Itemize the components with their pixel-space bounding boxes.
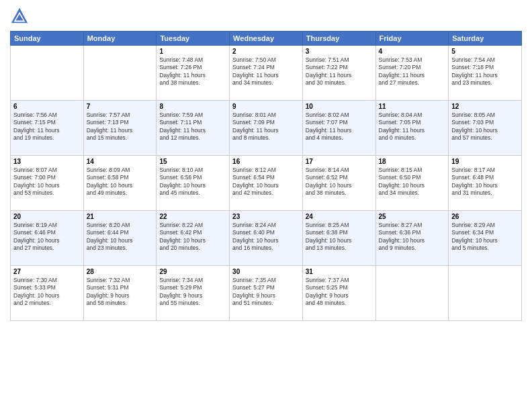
calendar-cell: 7Sunrise: 7:57 AM Sunset: 7:13 PM Daylig… <box>83 101 157 156</box>
calendar-cell: 5Sunrise: 7:54 AM Sunset: 7:18 PM Daylig… <box>449 46 522 101</box>
day-info: Sunrise: 8:14 AM Sunset: 6:52 PM Dayligh… <box>306 167 373 197</box>
day-number: 6 <box>13 103 81 110</box>
calendar-cell <box>375 266 449 321</box>
day-number: 26 <box>451 213 519 220</box>
day-number: 17 <box>306 158 373 165</box>
calendar-cell: 20Sunrise: 8:19 AM Sunset: 6:46 PM Dayli… <box>11 211 84 266</box>
day-info: Sunrise: 7:35 AM Sunset: 5:27 PM Dayligh… <box>232 277 300 308</box>
calendar-cell: 17Sunrise: 8:14 AM Sunset: 6:52 PM Dayli… <box>302 156 375 211</box>
calendar-cell: 22Sunrise: 8:22 AM Sunset: 6:42 PM Dayli… <box>157 211 230 266</box>
calendar-week-row: 20Sunrise: 8:19 AM Sunset: 6:46 PM Dayli… <box>11 211 522 266</box>
day-number: 12 <box>451 103 519 110</box>
day-info: Sunrise: 7:50 AM Sunset: 7:24 PM Dayligh… <box>232 56 300 87</box>
day-info: Sunrise: 8:09 AM Sunset: 6:58 PM Dayligh… <box>87 167 154 197</box>
day-info: Sunrise: 7:56 AM Sunset: 7:15 PM Dayligh… <box>13 111 81 142</box>
day-number: 25 <box>379 213 446 220</box>
day-info: Sunrise: 7:54 AM Sunset: 7:18 PM Dayligh… <box>451 56 519 87</box>
calendar-header-wednesday: Wednesday <box>230 32 303 46</box>
logo <box>10 7 32 26</box>
day-number: 8 <box>159 103 226 110</box>
day-info: Sunrise: 7:37 AM Sunset: 5:25 PM Dayligh… <box>306 277 373 308</box>
calendar-cell: 12Sunrise: 8:05 AM Sunset: 7:03 PM Dayli… <box>449 101 522 156</box>
calendar-header-row: SundayMondayTuesdayWednesdayThursdayFrid… <box>11 32 522 46</box>
day-number: 15 <box>159 158 226 165</box>
calendar-cell: 19Sunrise: 8:17 AM Sunset: 6:48 PM Dayli… <box>449 156 522 211</box>
day-number: 22 <box>159 213 226 220</box>
calendar-cell: 4Sunrise: 7:53 AM Sunset: 7:20 PM Daylig… <box>375 46 449 101</box>
calendar-cell: 10Sunrise: 8:02 AM Sunset: 7:07 PM Dayli… <box>302 101 375 156</box>
calendar-cell: 3Sunrise: 7:51 AM Sunset: 7:22 PM Daylig… <box>302 46 375 101</box>
calendar-cell: 1Sunrise: 7:48 AM Sunset: 7:26 PM Daylig… <box>157 46 230 101</box>
calendar-cell: 30Sunrise: 7:35 AM Sunset: 5:27 PM Dayli… <box>230 266 303 321</box>
day-number: 9 <box>232 103 300 110</box>
day-info: Sunrise: 8:25 AM Sunset: 6:38 PM Dayligh… <box>306 222 373 253</box>
calendar-cell: 21Sunrise: 8:20 AM Sunset: 6:44 PM Dayli… <box>83 211 157 266</box>
calendar-cell: 23Sunrise: 8:24 AM Sunset: 6:40 PM Dayli… <box>230 211 303 266</box>
day-info: Sunrise: 7:34 AM Sunset: 5:29 PM Dayligh… <box>159 277 226 308</box>
day-number: 7 <box>87 103 154 110</box>
day-number: 19 <box>451 158 519 165</box>
day-info: Sunrise: 8:12 AM Sunset: 6:54 PM Dayligh… <box>232 167 300 197</box>
calendar-cell: 25Sunrise: 8:27 AM Sunset: 6:36 PM Dayli… <box>375 211 449 266</box>
day-info: Sunrise: 8:10 AM Sunset: 6:56 PM Dayligh… <box>159 167 226 197</box>
calendar-week-row: 6Sunrise: 7:56 AM Sunset: 7:15 PM Daylig… <box>11 101 522 156</box>
logo-icon <box>10 7 29 26</box>
day-number: 24 <box>306 213 373 220</box>
calendar-cell <box>83 46 157 101</box>
day-info: Sunrise: 8:27 AM Sunset: 6:36 PM Dayligh… <box>379 222 446 253</box>
calendar-cell: 6Sunrise: 7:56 AM Sunset: 7:15 PM Daylig… <box>11 101 84 156</box>
calendar-cell: 11Sunrise: 8:04 AM Sunset: 7:05 PM Dayli… <box>375 101 449 156</box>
day-info: Sunrise: 8:05 AM Sunset: 7:03 PM Dayligh… <box>451 111 519 142</box>
calendar-cell: 9Sunrise: 8:01 AM Sunset: 7:09 PM Daylig… <box>230 101 303 156</box>
day-number: 29 <box>159 268 226 275</box>
day-number: 11 <box>379 103 446 110</box>
calendar-header-saturday: Saturday <box>449 32 522 46</box>
day-number: 27 <box>13 268 81 275</box>
calendar-cell: 28Sunrise: 7:32 AM Sunset: 5:31 PM Dayli… <box>83 266 157 321</box>
day-number: 28 <box>87 268 154 275</box>
day-info: Sunrise: 7:59 AM Sunset: 7:11 PM Dayligh… <box>159 111 226 142</box>
day-info: Sunrise: 7:57 AM Sunset: 7:13 PM Dayligh… <box>87 111 154 142</box>
calendar-cell: 27Sunrise: 7:30 AM Sunset: 5:33 PM Dayli… <box>11 266 84 321</box>
day-info: Sunrise: 8:04 AM Sunset: 7:05 PM Dayligh… <box>379 111 446 142</box>
calendar-cell: 13Sunrise: 8:07 AM Sunset: 7:00 PM Dayli… <box>11 156 84 211</box>
day-number: 5 <box>451 48 519 55</box>
day-info: Sunrise: 8:07 AM Sunset: 7:00 PM Dayligh… <box>13 167 81 197</box>
day-number: 23 <box>232 213 300 220</box>
calendar-cell: 8Sunrise: 7:59 AM Sunset: 7:11 PM Daylig… <box>157 101 230 156</box>
calendar-header-thursday: Thursday <box>302 32 375 46</box>
header <box>10 7 522 26</box>
calendar-header-sunday: Sunday <box>11 32 84 46</box>
day-info: Sunrise: 8:20 AM Sunset: 6:44 PM Dayligh… <box>87 222 154 253</box>
calendar-week-row: 1Sunrise: 7:48 AM Sunset: 7:26 PM Daylig… <box>11 46 522 101</box>
day-number: 30 <box>232 268 300 275</box>
day-info: Sunrise: 7:48 AM Sunset: 7:26 PM Dayligh… <box>159 56 226 87</box>
day-number: 4 <box>379 48 446 55</box>
calendar-cell <box>11 46 84 101</box>
day-info: Sunrise: 7:30 AM Sunset: 5:33 PM Dayligh… <box>13 277 81 308</box>
calendar-cell: 14Sunrise: 8:09 AM Sunset: 6:58 PM Dayli… <box>83 156 157 211</box>
calendar-week-row: 27Sunrise: 7:30 AM Sunset: 5:33 PM Dayli… <box>11 266 522 321</box>
day-number: 3 <box>306 48 373 55</box>
calendar-cell: 29Sunrise: 7:34 AM Sunset: 5:29 PM Dayli… <box>157 266 230 321</box>
day-info: Sunrise: 8:02 AM Sunset: 7:07 PM Dayligh… <box>306 111 373 142</box>
calendar-week-row: 13Sunrise: 8:07 AM Sunset: 7:00 PM Dayli… <box>11 156 522 211</box>
calendar-header-tuesday: Tuesday <box>157 32 230 46</box>
calendar-cell: 2Sunrise: 7:50 AM Sunset: 7:24 PM Daylig… <box>230 46 303 101</box>
day-number: 20 <box>13 213 81 220</box>
day-number: 16 <box>232 158 300 165</box>
day-number: 13 <box>13 158 81 165</box>
calendar-header-monday: Monday <box>83 32 157 46</box>
calendar-cell: 15Sunrise: 8:10 AM Sunset: 6:56 PM Dayli… <box>157 156 230 211</box>
calendar-cell: 18Sunrise: 8:15 AM Sunset: 6:50 PM Dayli… <box>375 156 449 211</box>
calendar-cell: 16Sunrise: 8:12 AM Sunset: 6:54 PM Dayli… <box>230 156 303 211</box>
day-number: 2 <box>232 48 300 55</box>
calendar-header-friday: Friday <box>375 32 449 46</box>
day-number: 1 <box>159 48 226 55</box>
day-info: Sunrise: 8:01 AM Sunset: 7:09 PM Dayligh… <box>232 111 300 142</box>
calendar-cell: 24Sunrise: 8:25 AM Sunset: 6:38 PM Dayli… <box>302 211 375 266</box>
calendar-table: SundayMondayTuesdayWednesdayThursdayFrid… <box>10 31 522 321</box>
day-info: Sunrise: 8:17 AM Sunset: 6:48 PM Dayligh… <box>451 167 519 197</box>
day-info: Sunrise: 7:32 AM Sunset: 5:31 PM Dayligh… <box>87 277 154 308</box>
calendar-cell: 31Sunrise: 7:37 AM Sunset: 5:25 PM Dayli… <box>302 266 375 321</box>
